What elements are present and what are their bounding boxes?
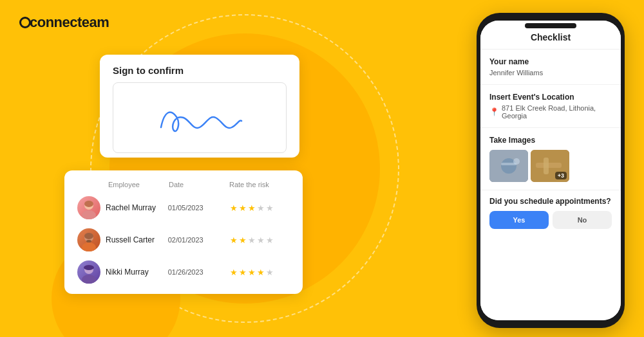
svg-point-2 <box>84 201 93 207</box>
field-label-images: Take Images <box>489 136 612 145</box>
star-3: ★ <box>248 268 256 277</box>
star-1: ★ <box>230 235 238 245</box>
images-row: +3 <box>489 150 612 182</box>
svg-point-9 <box>84 265 94 270</box>
no-button[interactable]: No <box>553 211 612 229</box>
star-2: ★ <box>239 203 247 213</box>
employee-name: Nikki Murray <box>106 268 166 277</box>
signature-drawing <box>142 92 258 143</box>
star-3: ★ <box>248 235 256 245</box>
checklist-images-section: Take Images <box>480 128 621 190</box>
svg-rect-16 <box>544 158 549 174</box>
field-label-location: Insert Event's Location <box>489 93 612 102</box>
star-5: ★ <box>266 203 274 213</box>
yes-no-row: Yes No <box>489 211 612 229</box>
employee-date: 01/26/2023 <box>168 268 228 276</box>
location-row: 📍 871 Elk Creek Road, Lithonia, Georgia <box>489 104 612 120</box>
table-header: Employee Date Rate the risk <box>77 181 290 188</box>
svg-point-6 <box>86 240 91 242</box>
field-value-location: 871 Elk Creek Road, Lithonia, Georgia <box>502 104 612 120</box>
yes-button[interactable]: Yes <box>489 211 549 229</box>
field-value-name: Jennifer Williams <box>489 69 612 77</box>
star-2: ★ <box>239 235 247 245</box>
table-row: Nikki Murray 01/26/2023 ★ ★ ★ ★ ★ <box>77 260 290 284</box>
checklist-name-section: Your name Jennifer Williams <box>480 50 621 85</box>
svg-point-8 <box>82 275 96 284</box>
avatar-image <box>77 196 100 219</box>
employee-table-card: Employee Date Rate the risk Rachel Murra… <box>64 170 303 294</box>
phone-notch <box>525 23 576 28</box>
svg-point-13 <box>513 158 520 165</box>
location-pin-icon: 📍 <box>489 107 499 116</box>
phone-title: Checklist <box>488 32 613 42</box>
star-4: ★ <box>257 203 265 213</box>
field-label-schedule: Did you schedule appointments? <box>489 197 612 206</box>
phone-content: Your name Jennifer Williams Insert Event… <box>480 50 621 320</box>
table-row: Russell Carter 02/01/2023 ★ ★ ★ ★ ★ <box>77 228 290 251</box>
star-rating: ★ ★ ★ ★ ★ <box>230 268 290 277</box>
star-rating: ★ ★ ★ ★ ★ <box>230 235 290 245</box>
star-5: ★ <box>266 235 274 245</box>
star-5: ★ <box>266 268 274 277</box>
svg-point-4 <box>82 242 96 251</box>
logo: connecteam <box>19 14 109 31</box>
employee-date: 02/01/2023 <box>168 236 228 244</box>
avatar-image <box>77 228 100 251</box>
field-label-name: Your name <box>489 57 612 66</box>
employee-name: Rachel Murray <box>106 203 166 212</box>
star-4: ★ <box>257 268 265 277</box>
employee-date: 01/05/2023 <box>168 204 228 212</box>
star-4: ★ <box>257 235 265 245</box>
employee-name: Russell Carter <box>106 235 166 244</box>
schedule-section: Did you schedule appointments? Yes No <box>480 190 621 235</box>
avatar-image <box>77 260 100 284</box>
star-2: ★ <box>239 268 247 277</box>
sign-card-title: Sign to confirm <box>113 65 287 76</box>
star-3: ★ <box>248 203 256 213</box>
thumb-svg-1 <box>489 150 528 182</box>
signature-area[interactable] <box>113 82 287 153</box>
svg-point-1 <box>82 210 96 219</box>
image-count: +3 <box>555 172 567 179</box>
col-date: Date <box>169 181 229 188</box>
col-employee: Employee <box>108 181 169 188</box>
image-thumb-1 <box>489 150 528 182</box>
sign-card: Sign to confirm <box>100 55 299 158</box>
checklist-location-section: Insert Event's Location 📍 871 Elk Creek … <box>480 85 621 128</box>
avatar <box>77 196 100 219</box>
col-risk: Rate the risk <box>229 181 290 188</box>
phone-mockup: Checklist Your name Jennifer Williams In… <box>477 13 625 328</box>
star-rating: ★ ★ ★ ★ ★ <box>230 203 290 213</box>
table-row: Rachel Murray 01/05/2023 ★ ★ ★ ★ ★ <box>77 196 290 219</box>
image-thumb-2: +3 <box>531 150 569 182</box>
avatar <box>77 260 100 284</box>
star-1: ★ <box>230 268 238 277</box>
star-1: ★ <box>230 203 238 213</box>
avatar <box>77 228 100 251</box>
phone-screen: Checklist Your name Jennifer Williams In… <box>480 21 621 320</box>
svg-point-5 <box>84 233 93 239</box>
